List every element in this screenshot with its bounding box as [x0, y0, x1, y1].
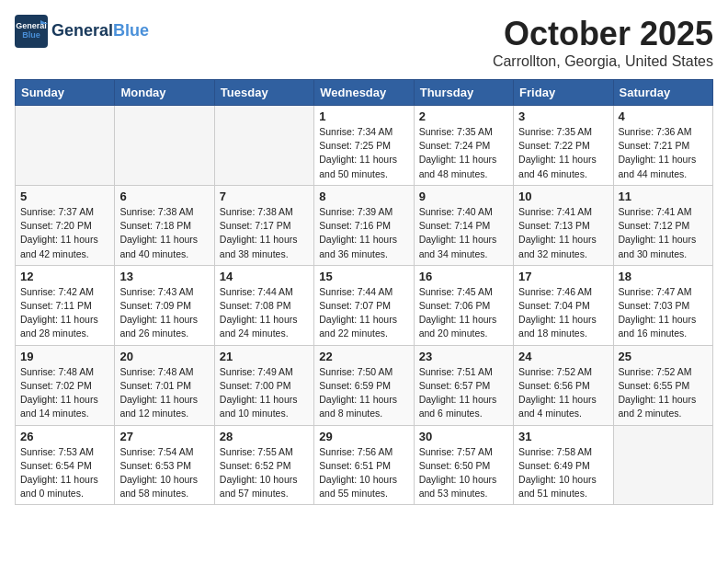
- day-number: 17: [518, 270, 608, 283]
- day-info: Sunrise: 7:50 AMSunset: 6:59 PMDaylight:…: [319, 365, 408, 421]
- calendar-cell: 10Sunrise: 7:41 AMSunset: 7:13 PMDayligh…: [514, 185, 613, 265]
- calendar-cell: 1Sunrise: 7:34 AMSunset: 7:25 PMDaylight…: [314, 106, 414, 186]
- weekday-header: Sunday: [16, 80, 115, 106]
- day-number: 8: [319, 190, 408, 203]
- day-number: 19: [20, 350, 109, 363]
- calendar-week-row: 26Sunrise: 7:53 AMSunset: 6:54 PMDayligh…: [16, 425, 713, 505]
- day-info: Sunrise: 7:56 AMSunset: 6:51 PMDaylight:…: [319, 445, 408, 501]
- day-info: Sunrise: 7:36 AMSunset: 7:21 PMDaylight:…: [619, 125, 708, 181]
- weekday-header: Monday: [115, 80, 214, 106]
- day-info: Sunrise: 7:57 AMSunset: 6:50 PMDaylight:…: [419, 445, 508, 501]
- calendar-cell: 2Sunrise: 7:35 AMSunset: 7:24 PMDaylight…: [414, 106, 513, 186]
- day-info: Sunrise: 7:44 AMSunset: 7:08 PMDaylight:…: [220, 285, 309, 341]
- calendar-cell: 24Sunrise: 7:52 AMSunset: 6:56 PMDayligh…: [514, 345, 613, 425]
- calendar-cell: 19Sunrise: 7:48 AMSunset: 7:02 PMDayligh…: [16, 345, 115, 425]
- day-info: Sunrise: 7:48 AMSunset: 7:01 PMDaylight:…: [119, 365, 209, 421]
- calendar-week-row: 19Sunrise: 7:48 AMSunset: 7:02 PMDayligh…: [16, 345, 713, 425]
- day-number: 7: [220, 190, 309, 203]
- header: General Blue GeneralBlue October 2025 Ca…: [15, 15, 713, 70]
- day-info: Sunrise: 7:47 AMSunset: 7:03 PMDaylight:…: [619, 285, 708, 341]
- day-number: 1: [319, 109, 408, 123]
- day-number: 22: [319, 350, 408, 363]
- svg-text:Blue: Blue: [22, 30, 40, 40]
- day-info: Sunrise: 7:52 AMSunset: 6:56 PMDaylight:…: [518, 365, 608, 421]
- day-info: Sunrise: 7:41 AMSunset: 7:13 PMDaylight:…: [518, 205, 608, 261]
- calendar-cell: 7Sunrise: 7:38 AMSunset: 7:17 PMDaylight…: [214, 185, 313, 265]
- day-number: 31: [518, 430, 608, 443]
- calendar-table: SundayMondayTuesdayWednesdayThursdayFrid…: [15, 79, 713, 505]
- calendar-cell: 18Sunrise: 7:47 AMSunset: 7:03 PMDayligh…: [613, 265, 712, 345]
- day-info: Sunrise: 7:46 AMSunset: 7:04 PMDaylight:…: [518, 285, 608, 341]
- calendar-cell: 16Sunrise: 7:45 AMSunset: 7:06 PMDayligh…: [414, 265, 513, 345]
- day-number: 2: [419, 109, 508, 123]
- day-number: 14: [220, 270, 309, 283]
- day-number: 13: [119, 270, 209, 283]
- calendar-cell: 5Sunrise: 7:37 AMSunset: 7:20 PMDaylight…: [16, 185, 115, 265]
- day-number: 15: [319, 270, 408, 283]
- calendar-header-row: SundayMondayTuesdayWednesdayThursdayFrid…: [16, 80, 713, 106]
- calendar-cell: 22Sunrise: 7:50 AMSunset: 6:59 PMDayligh…: [314, 345, 414, 425]
- calendar-cell: 20Sunrise: 7:48 AMSunset: 7:01 PMDayligh…: [115, 345, 214, 425]
- calendar-cell: [214, 106, 313, 186]
- day-info: Sunrise: 7:35 AMSunset: 7:24 PMDaylight:…: [419, 125, 508, 181]
- calendar-cell: 21Sunrise: 7:49 AMSunset: 7:00 PMDayligh…: [214, 345, 313, 425]
- calendar-week-row: 12Sunrise: 7:42 AMSunset: 7:11 PMDayligh…: [16, 265, 713, 345]
- calendar-cell: [613, 425, 712, 505]
- calendar-cell: 23Sunrise: 7:51 AMSunset: 6:57 PMDayligh…: [414, 345, 513, 425]
- day-info: Sunrise: 7:38 AMSunset: 7:17 PMDaylight:…: [220, 205, 309, 261]
- calendar-cell: 15Sunrise: 7:44 AMSunset: 7:07 PMDayligh…: [314, 265, 414, 345]
- day-number: 26: [20, 430, 109, 443]
- calendar-week-row: 5Sunrise: 7:37 AMSunset: 7:20 PMDaylight…: [16, 185, 713, 265]
- day-number: 5: [20, 190, 109, 203]
- day-number: 11: [619, 190, 708, 203]
- calendar-cell: 3Sunrise: 7:35 AMSunset: 7:22 PMDaylight…: [514, 106, 613, 186]
- calendar-cell: 14Sunrise: 7:44 AMSunset: 7:08 PMDayligh…: [214, 265, 313, 345]
- calendar-cell: 29Sunrise: 7:56 AMSunset: 6:51 PMDayligh…: [314, 425, 414, 505]
- day-info: Sunrise: 7:43 AMSunset: 7:09 PMDaylight:…: [119, 285, 209, 341]
- day-number: 12: [20, 270, 109, 283]
- calendar-cell: 26Sunrise: 7:53 AMSunset: 6:54 PMDayligh…: [16, 425, 115, 505]
- weekday-header: Saturday: [613, 80, 712, 106]
- day-info: Sunrise: 7:42 AMSunset: 7:11 PMDaylight:…: [20, 285, 109, 341]
- day-info: Sunrise: 7:48 AMSunset: 7:02 PMDaylight:…: [20, 365, 109, 421]
- logo-icon: General Blue: [15, 15, 48, 48]
- weekday-header: Thursday: [414, 80, 513, 106]
- title-area: October 2025 Carrollton, Georgia, United…: [493, 15, 713, 70]
- month-title: October 2025: [493, 15, 713, 53]
- day-info: Sunrise: 7:41 AMSunset: 7:12 PMDaylight:…: [619, 205, 708, 261]
- logo-line1: GeneralBlue: [51, 22, 149, 40]
- day-number: 6: [119, 190, 209, 203]
- calendar-cell: [16, 106, 115, 186]
- calendar-cell: 27Sunrise: 7:54 AMSunset: 6:53 PMDayligh…: [115, 425, 214, 505]
- day-number: 10: [518, 190, 608, 203]
- day-info: Sunrise: 7:39 AMSunset: 7:16 PMDaylight:…: [319, 205, 408, 261]
- day-info: Sunrise: 7:53 AMSunset: 6:54 PMDaylight:…: [20, 445, 109, 501]
- day-info: Sunrise: 7:58 AMSunset: 6:49 PMDaylight:…: [518, 445, 608, 501]
- calendar-cell: 25Sunrise: 7:52 AMSunset: 6:55 PMDayligh…: [613, 345, 712, 425]
- calendar-cell: 13Sunrise: 7:43 AMSunset: 7:09 PMDayligh…: [115, 265, 214, 345]
- day-number: 21: [220, 350, 309, 363]
- day-number: 4: [619, 109, 708, 123]
- day-number: 24: [518, 350, 608, 363]
- day-number: 25: [619, 350, 708, 363]
- calendar-cell: 4Sunrise: 7:36 AMSunset: 7:21 PMDaylight…: [613, 106, 712, 186]
- day-info: Sunrise: 7:38 AMSunset: 7:18 PMDaylight:…: [119, 205, 209, 261]
- calendar-cell: [115, 106, 214, 186]
- day-number: 23: [419, 350, 508, 363]
- calendar-cell: 9Sunrise: 7:40 AMSunset: 7:14 PMDaylight…: [414, 185, 513, 265]
- day-number: 20: [119, 350, 209, 363]
- day-number: 27: [119, 430, 209, 443]
- calendar-cell: 17Sunrise: 7:46 AMSunset: 7:04 PMDayligh…: [514, 265, 613, 345]
- calendar-cell: 6Sunrise: 7:38 AMSunset: 7:18 PMDaylight…: [115, 185, 214, 265]
- day-info: Sunrise: 7:40 AMSunset: 7:14 PMDaylight:…: [419, 205, 508, 261]
- day-number: 9: [419, 190, 508, 203]
- day-info: Sunrise: 7:45 AMSunset: 7:06 PMDaylight:…: [419, 285, 508, 341]
- weekday-header: Wednesday: [314, 80, 414, 106]
- day-info: Sunrise: 7:34 AMSunset: 7:25 PMDaylight:…: [319, 125, 408, 181]
- day-info: Sunrise: 7:54 AMSunset: 6:53 PMDaylight:…: [119, 445, 209, 501]
- day-number: 28: [220, 430, 309, 443]
- day-number: 16: [419, 270, 508, 283]
- day-number: 3: [518, 109, 608, 123]
- location-title: Carrollton, Georgia, United States: [493, 53, 713, 70]
- weekday-header: Tuesday: [214, 80, 313, 106]
